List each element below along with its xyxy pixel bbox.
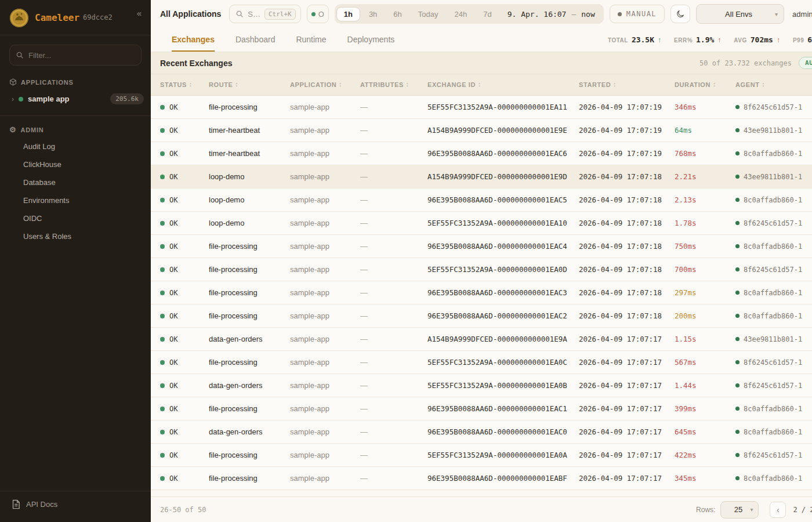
rows-per-page-value: 25 xyxy=(726,505,750,514)
table-row[interactable]: OK file-processing sample-app — 5EF55FC3… xyxy=(151,351,812,374)
agent-dot-icon xyxy=(735,453,740,457)
route-value: data-gen-orders xyxy=(209,427,290,436)
status-value: OK xyxy=(169,405,177,413)
table-row[interactable]: OK file-processing sample-app — 96E395B0… xyxy=(151,467,812,490)
date-range-display[interactable]: 9. Apr. 16:07 — now xyxy=(501,10,602,19)
status-filter-label: O xyxy=(318,10,324,19)
table-row[interactable]: OK data-gen-orders sample-app — 5EF55FC3… xyxy=(151,374,812,397)
table-row[interactable]: OK file-processing sample-app — 96E395B0… xyxy=(151,304,812,328)
table-row[interactable]: OK file-processing sample-app — 96E395B0… xyxy=(151,235,812,258)
status-ok-dot-icon xyxy=(160,267,165,272)
sidebar-item-oidc[interactable]: OIDC xyxy=(0,209,151,227)
app-name: sample app xyxy=(28,95,70,103)
route-value: file-processing xyxy=(209,451,290,459)
application-value: sample-app xyxy=(290,427,360,436)
table-row[interactable]: OK data-gen-orders sample-app — A154B9A9… xyxy=(151,328,812,351)
admin-label: ADMIN xyxy=(20,126,44,133)
duration-value: 2.21s xyxy=(675,172,735,181)
status-value: OK xyxy=(169,428,177,436)
table-row[interactable]: OK file-processing sample-app — 96E395B0… xyxy=(151,281,812,304)
applications-section-header: APPLICATIONS xyxy=(0,75,151,89)
table-row[interactable]: OK file-processing sample-app — 5EF55FC3… xyxy=(151,258,812,281)
attributes-value: — xyxy=(360,311,427,320)
table-row[interactable]: OK timer-heartbeat sample-app — A154B9A9… xyxy=(151,119,812,142)
filter-input[interactable] xyxy=(28,51,135,60)
time-range-6h[interactable]: 6h xyxy=(386,7,409,21)
tab-runtime[interactable]: Runtime xyxy=(296,28,326,52)
started-value: 2026-04-09 17:07:18 xyxy=(579,311,675,320)
table-footer: 26-50 of 50 Rows: 25 ▾ ‹ 2 / 2 › xyxy=(151,496,812,522)
status-value: OK xyxy=(169,335,177,343)
duration-value: 768ms xyxy=(675,149,735,158)
table-row[interactable]: OK file-processing sample-app — 96E395B0… xyxy=(151,397,812,420)
duration-value: 1.44s xyxy=(675,381,735,390)
table-row[interactable]: OK loop-demo sample-app — 96E395B0088AA6… xyxy=(151,188,812,212)
app-version: 69dcce2 xyxy=(83,13,113,21)
status-ok-dot-icon xyxy=(160,221,165,226)
caret-down-icon: ▾ xyxy=(750,506,753,513)
sidebar-item-users-roles[interactable]: Users & Roles xyxy=(0,227,151,245)
tab-deployments[interactable]: Deployments xyxy=(347,28,395,52)
column-header-application[interactable]: APPLICATION∶ xyxy=(290,81,360,89)
column-header-status[interactable]: STATUS∶ xyxy=(160,81,209,89)
stat-total: TOTAL23.5K↑ xyxy=(608,35,661,44)
time-range-7d[interactable]: 7d xyxy=(476,7,499,21)
status-ok-dot-icon xyxy=(160,314,165,318)
column-header-route[interactable]: ROUTE∶ xyxy=(209,81,290,89)
table-row[interactable]: OK timer-heartbeat sample-app — 96E395B0… xyxy=(151,142,812,165)
refresh-mode-button[interactable]: MANUAL xyxy=(610,5,665,23)
auto-badge[interactable]: AUTO xyxy=(799,57,812,69)
stat-err: ERR%1.9%↑ xyxy=(674,35,721,44)
column-header-attributes[interactable]: ATTRIBUTES∶ xyxy=(360,81,427,89)
attributes-value: — xyxy=(360,288,427,297)
theme-toggle-button[interactable] xyxy=(670,5,690,23)
status-filter-button[interactable]: O xyxy=(307,5,329,23)
sidebar-item-audit-log[interactable]: Audit Log xyxy=(0,137,151,155)
agent-dot-icon xyxy=(735,430,740,434)
exchange-id-value: 96E395B0088AA6D-000000000001EAC3 xyxy=(427,288,579,297)
sort-icon: ∶ xyxy=(763,81,764,89)
trend-up-icon: ↑ xyxy=(658,36,661,44)
duration-value: 700ms xyxy=(675,265,735,274)
column-header-started[interactable]: STARTED∶ xyxy=(579,81,675,89)
time-range-today[interactable]: Today xyxy=(411,7,446,21)
route-value: file-processing xyxy=(209,358,290,367)
prev-page-button[interactable]: ‹ xyxy=(770,502,786,518)
rows-per-page-select[interactable]: 25 ▾ xyxy=(720,501,759,519)
column-header-agent[interactable]: AGENT∶ xyxy=(735,81,812,89)
table-row[interactable]: OK file-processing sample-app — 5EF55FC3… xyxy=(151,96,812,119)
api-docs-link[interactable]: API Docs xyxy=(0,491,151,522)
column-header-exchange-id[interactable]: EXCHANGE ID∶ xyxy=(427,81,579,89)
search-button[interactable]: S… Ctrl+K xyxy=(229,5,300,23)
time-range-1h[interactable]: 1h xyxy=(336,7,360,21)
time-range-3h[interactable]: 3h xyxy=(361,7,385,21)
exchange-id-value: 5EF55FC31352A9A-000000000001EA0B xyxy=(427,381,579,390)
table-row[interactable]: OK data-gen-orders sample-app — 96E395B0… xyxy=(151,420,812,444)
column-header-duration[interactable]: DURATION∶ xyxy=(675,81,735,89)
sidebar-item-sample-app[interactable]: › sample app 205.6k xyxy=(0,89,151,108)
agent-dot-icon xyxy=(735,151,740,155)
sidebar-collapse-icon[interactable]: « xyxy=(136,8,143,18)
api-docs-label: API Docs xyxy=(26,500,57,509)
agent-dot-icon xyxy=(735,267,740,271)
status-ok-dot-icon xyxy=(160,383,165,388)
table-row[interactable]: OK loop-demo sample-app — 5EF55FC31352A9… xyxy=(151,212,812,235)
tab-dashboard[interactable]: Dashboard xyxy=(235,28,276,52)
trend-up-icon: ↑ xyxy=(717,36,721,44)
rows-per-page-label: Rows: xyxy=(696,506,715,514)
sidebar-item-clickhouse[interactable]: ClickHouse xyxy=(0,155,151,173)
chevron-right-icon[interactable]: › xyxy=(12,95,14,103)
agent-value: 8c0affadb860-1 xyxy=(744,405,802,413)
sidebar-item-database[interactable]: Database xyxy=(0,173,151,191)
status-ok-dot-icon xyxy=(160,407,165,411)
table-row[interactable]: OK loop-demo sample-app — A154B9A999DFCE… xyxy=(151,165,812,188)
time-range-24h[interactable]: 24h xyxy=(447,7,475,21)
gear-icon: ⚙ xyxy=(9,125,16,134)
status-ok-dot-icon xyxy=(160,151,165,156)
page-title: All Applications xyxy=(160,9,221,19)
sidebar-item-environments[interactable]: Environments xyxy=(0,191,151,209)
tab-exchanges[interactable]: Exchanges xyxy=(172,28,215,52)
table-title: Recent Exchanges xyxy=(160,59,233,68)
env-select[interactable]: All Envs ▾ xyxy=(696,4,784,24)
table-row[interactable]: OK file-processing sample-app — 5EF55FC3… xyxy=(151,444,812,467)
